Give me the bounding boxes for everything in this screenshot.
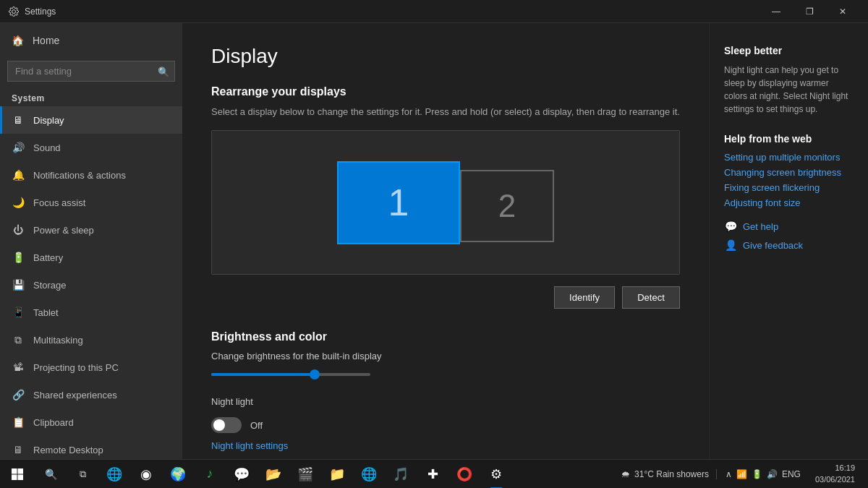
slider-thumb[interactable]: [310, 369, 320, 380]
maximize-button[interactable]: ❐: [793, 0, 826, 23]
clock-time: 16:19: [815, 463, 855, 474]
identify-button[interactable]: Identify: [554, 286, 615, 309]
night-light-toggle[interactable]: [211, 417, 242, 433]
display-arrangement-area: 1 2: [211, 130, 680, 275]
focus-label: Focus assist: [33, 197, 85, 208]
system-section-label: System: [0, 87, 182, 106]
brightness-title: Brightness and color: [211, 330, 680, 343]
link-screen-brightness[interactable]: Changing screen brightness: [724, 167, 854, 178]
taskbar-explorer[interactable]: 📂: [258, 460, 289, 489]
sidebar-item-display[interactable]: 🖥 Display: [0, 106, 182, 134]
notifications-icon: 🔔: [12, 168, 25, 181]
get-help-icon: 💬: [724, 220, 737, 233]
tablet-label: Tablet: [33, 307, 59, 318]
sidebar-item-projecting[interactable]: 📽 Projecting to this PC: [0, 354, 182, 381]
taskbar-browser2[interactable]: 🌍: [162, 460, 194, 489]
taskbar-app12[interactable]: ⭕: [448, 460, 480, 489]
volume-icon: 🔊: [767, 469, 778, 479]
taskbar-netflix[interactable]: 🎬: [289, 460, 321, 489]
content-area: Display Rearrange your displays Select a…: [182, 23, 709, 488]
page-title: Display: [211, 45, 680, 68]
windows-logo-icon: [12, 468, 23, 480]
taskbar-chromium[interactable]: ◉: [130, 460, 162, 489]
link-screen-flickering[interactable]: Fixing screen flickering: [724, 182, 854, 193]
night-light-settings-link[interactable]: Night light settings: [211, 440, 288, 451]
sidebar-item-sound[interactable]: 🔊 Sound: [0, 134, 182, 161]
taskbar-edge[interactable]: 🌐: [98, 460, 130, 489]
rearrange-desc: Select a display below to change the set…: [211, 106, 680, 119]
taskbar-apps: 🌐 ◉ 🌍 ♪ 💬 📂 🎬 📁 🌐 🎵 ✚ ⭕ ⚙: [98, 460, 614, 489]
taskbar-clock[interactable]: 16:19 03/06/2021: [809, 463, 861, 485]
get-help-label: Get help: [743, 221, 778, 232]
multitasking-label: Multitasking: [33, 335, 83, 346]
tablet-icon: 📱: [12, 306, 25, 319]
search-input[interactable]: [7, 61, 175, 82]
titlebar: Settings — ❐ ✕: [0, 0, 868, 23]
monitor-2[interactable]: 2: [460, 170, 554, 242]
detect-button[interactable]: Detect: [622, 286, 680, 309]
home-label: Home: [33, 35, 59, 46]
get-help-action[interactable]: 💬 Get help: [724, 220, 854, 233]
give-feedback-label: Give feedback: [743, 240, 803, 251]
start-button[interactable]: [0, 460, 35, 489]
brightness-slider[interactable]: [211, 367, 370, 382]
night-light-status: Off: [250, 420, 263, 431]
clipboard-label: Clipboard: [33, 417, 74, 428]
lang-label: ENG: [782, 469, 801, 479]
monitor-2-label: 2: [498, 188, 516, 224]
link-font-size[interactable]: Adjusting font size: [724, 197, 854, 208]
sidebar-item-home[interactable]: 🏠 Home: [0, 23, 182, 58]
minimize-button[interactable]: —: [760, 0, 793, 23]
sidebar-item-focus[interactable]: 🌙 Focus assist: [0, 189, 182, 216]
sidebar-item-storage[interactable]: 💾 Storage: [0, 271, 182, 299]
taskbar-search-button[interactable]: 🔍: [35, 460, 67, 489]
search-box: 🔍: [7, 61, 175, 82]
toggle-thumb: [213, 419, 225, 431]
sidebar-item-battery[interactable]: 🔋 Battery: [0, 244, 182, 271]
task-view-button[interactable]: ⧉: [67, 460, 98, 489]
taskbar-spotify[interactable]: ♪: [194, 460, 226, 489]
monitor-1[interactable]: 1: [337, 161, 460, 244]
display-buttons: Identify Detect: [211, 286, 680, 309]
sidebar: 🏠 Home 🔍 System 🖥 Display 🔊 Sound 🔔 Noti…: [0, 23, 182, 488]
sidebar-item-notifications[interactable]: 🔔 Notifications & actions: [0, 161, 182, 189]
sidebar-item-power[interactable]: ⏻ Power & sleep: [0, 216, 182, 244]
titlebar-left: Settings: [9, 7, 56, 17]
display-icon: 🖥: [12, 114, 25, 127]
remote-icon: 🖥: [12, 443, 25, 456]
storage-icon: 💾: [12, 278, 25, 291]
shared-label: Shared experiences: [33, 390, 117, 401]
give-feedback-action[interactable]: 👤 Give feedback: [724, 239, 854, 252]
multitasking-icon: ⧉: [12, 333, 25, 346]
rearrange-title: Rearrange your displays: [211, 85, 680, 98]
brightness-label: Change brightness for the built-in displ…: [211, 351, 680, 361]
link-multiple-monitors[interactable]: Setting up multiple monitors: [724, 152, 854, 163]
close-button[interactable]: ✕: [826, 0, 859, 23]
settings-icon: [9, 7, 19, 17]
taskbar-right: 🌧 31°C Rain showers ∧ 📶 🔋 🔊 ENG 16:19 03…: [614, 463, 868, 485]
night-light-label: Night light: [211, 396, 680, 407]
taskbar-folder[interactable]: 📁: [321, 460, 353, 489]
sidebar-item-shared[interactable]: 🔗 Shared experiences: [0, 381, 182, 408]
sidebar-item-tablet[interactable]: 📱 Tablet: [0, 299, 182, 326]
clipboard-icon: 📋: [12, 416, 25, 429]
taskbar-earth[interactable]: 🌐: [353, 460, 385, 489]
power-label: Power & sleep: [33, 225, 94, 236]
titlebar-controls: — ❐ ✕: [760, 0, 859, 23]
weather-area: 🌧 31°C Rain showers: [614, 469, 717, 479]
weather-text: 31°C Rain showers: [634, 469, 709, 479]
task-view-icon: ⧉: [80, 468, 86, 480]
taskbar-app11[interactable]: ✚: [417, 460, 448, 489]
chevron-up-icon[interactable]: ∧: [726, 469, 732, 479]
notifications-label: Notifications & actions: [33, 170, 126, 181]
taskbar-settings[interactable]: ⚙: [480, 460, 512, 489]
taskbar-music[interactable]: 🎵: [385, 460, 417, 489]
help-from-web-title: Help from the web: [724, 133, 854, 145]
taskbar-discord[interactable]: 💬: [226, 460, 258, 489]
weather-icon: 🌧: [621, 469, 630, 479]
sidebar-item-clipboard[interactable]: 📋 Clipboard: [0, 408, 182, 436]
battery-icon: 🔋: [12, 251, 25, 264]
sidebar-item-multitasking[interactable]: ⧉ Multitasking: [0, 326, 182, 354]
sound-label: Sound: [33, 142, 61, 153]
slider-track: [211, 373, 370, 376]
